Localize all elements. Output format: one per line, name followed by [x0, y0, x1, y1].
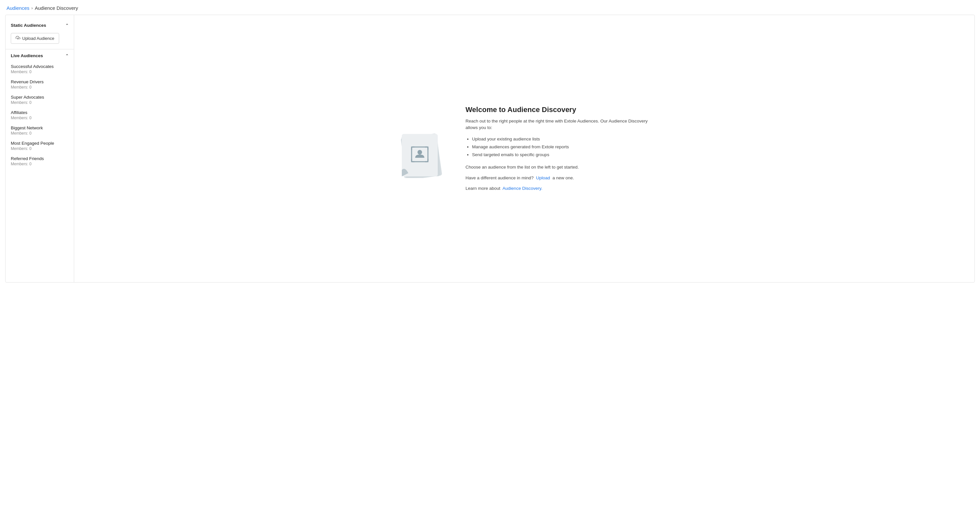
breadcrumb-parent-link[interactable]: Audiences	[6, 5, 29, 11]
sidebar-divider-1	[6, 49, 74, 49]
welcome-bullet-item: Send targeted emails to specific groups	[472, 151, 655, 158]
audience-name: Most Engaged People	[11, 141, 68, 146]
main-layout: Static Audiences ⌃ Upload Audience Live …	[5, 15, 975, 283]
audience-discovery-illustration	[394, 119, 446, 178]
live-audiences-section-header: Live Audiences ⌃	[6, 51, 74, 61]
upload-icon	[16, 36, 20, 41]
audience-members: Members: 0	[11, 100, 68, 105]
audience-name: Biggest Network	[11, 126, 68, 130]
upload-prompt-suffix: a new one.	[552, 175, 574, 180]
sidebar-audience-item[interactable]: Referred Friends Members: 0	[6, 153, 74, 168]
live-audiences-label: Live Audiences	[11, 53, 43, 58]
welcome-cta: Choose an audience from the list on the …	[466, 164, 655, 170]
welcome-text: Welcome to Audience Discovery Reach out …	[466, 105, 655, 192]
upload-audience-button[interactable]: Upload Audience	[11, 33, 59, 44]
content-panel: Welcome to Audience Discovery Reach out …	[74, 15, 974, 282]
audience-name: Referred Friends	[11, 156, 68, 161]
breadcrumb: Audiences › Audience Discovery	[0, 0, 980, 15]
sidebar-audience-item[interactable]: Revenue Drivers Members: 0	[6, 76, 74, 91]
sidebar-audience-item[interactable]: Super Advocates Members: 0	[6, 91, 74, 107]
audience-discovery-link[interactable]: Audience Discovery.	[503, 186, 542, 191]
audience-members: Members: 0	[11, 146, 68, 151]
breadcrumb-current: Audience Discovery	[35, 5, 78, 11]
audience-members: Members: 0	[11, 70, 68, 74]
audience-name: Affiliates	[11, 110, 68, 115]
audience-name: Revenue Drivers	[11, 80, 68, 84]
welcome-container: Welcome to Audience Discovery Reach out …	[394, 105, 655, 192]
audience-members: Members: 0	[11, 162, 68, 166]
sidebar: Static Audiences ⌃ Upload Audience Live …	[6, 15, 74, 282]
sidebar-audience-item[interactable]: Most Engaged People Members: 0	[6, 137, 74, 153]
static-audiences-section-header: Static Audiences ⌃	[6, 20, 74, 30]
welcome-bullet-item: Upload your existing audience lists	[472, 136, 655, 142]
audience-list: Successful Advocates Members: 0 Revenue …	[6, 61, 74, 168]
breadcrumb-separator: ›	[31, 6, 33, 10]
welcome-title: Welcome to Audience Discovery	[466, 105, 655, 114]
learn-prefix: Learn more about	[466, 186, 500, 191]
sidebar-audience-item[interactable]: Successful Advocates Members: 0	[6, 61, 74, 76]
audience-members: Members: 0	[11, 131, 68, 135]
audience-members: Members: 0	[11, 85, 68, 89]
welcome-intro: Reach out to the right people at the rig…	[466, 118, 655, 131]
upload-prompt-prefix: Have a different audience in mind?	[466, 175, 533, 180]
static-audiences-label: Static Audiences	[11, 23, 46, 28]
welcome-bullets: Upload your existing audience listsManag…	[466, 136, 655, 158]
live-audiences-chevron-icon[interactable]: ⌃	[65, 54, 68, 58]
audience-name: Super Advocates	[11, 95, 68, 100]
welcome-upload-prompt: Have a different audience in mind? Uploa…	[466, 175, 655, 181]
audience-name: Successful Advocates	[11, 64, 68, 69]
upload-link[interactable]: Upload	[536, 175, 550, 180]
audience-members: Members: 0	[11, 116, 68, 120]
welcome-bullet-item: Manage audiences generated from Extole r…	[472, 144, 655, 150]
static-audiences-chevron-icon[interactable]: ⌃	[65, 23, 68, 28]
svg-point-5	[417, 150, 422, 154]
sidebar-audience-item[interactable]: Affiliates Members: 0	[6, 107, 74, 122]
upload-audience-label: Upload Audience	[22, 36, 54, 41]
sidebar-audience-item[interactable]: Biggest Network Members: 0	[6, 122, 74, 137]
welcome-learn: Learn more about Audience Discovery.	[466, 185, 655, 192]
